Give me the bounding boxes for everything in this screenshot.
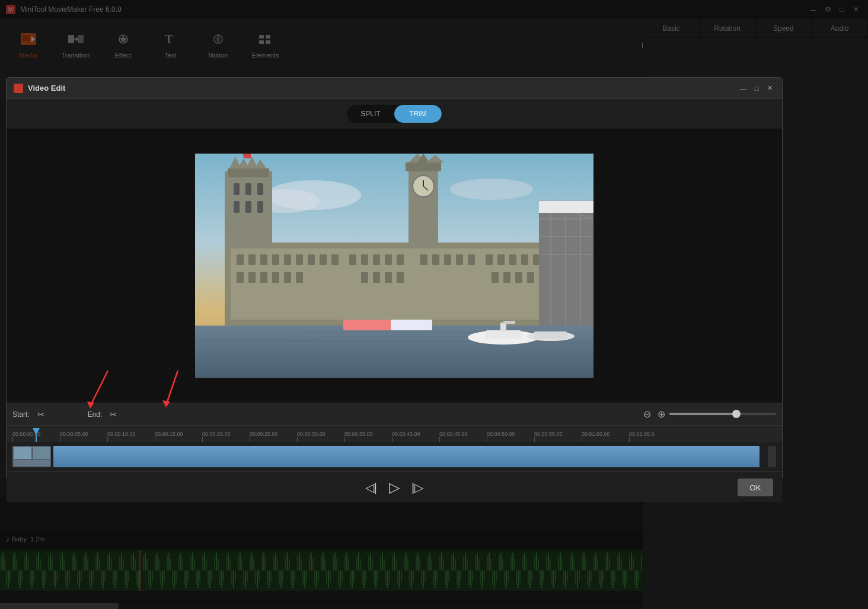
skip-forward-button[interactable]: |▷ [411,480,423,495]
time-65: 00:01:05.0 [629,431,655,437]
svg-rect-72 [503,272,510,283]
svg-rect-52 [468,254,475,265]
video-frame [195,154,593,378]
svg-rect-37 [272,254,279,265]
skip-back-button[interactable]: ◁| [365,480,377,495]
svg-rect-40 [308,254,315,265]
svg-marker-121 [162,400,170,407]
zoom-slider[interactable] [669,413,776,415]
svg-rect-67 [361,272,368,283]
svg-rect-49 [432,254,439,265]
time-25: 00:00:25.00 [250,431,278,437]
split-trim-bar: SPLIT TRIM [7,99,782,129]
svg-rect-39 [296,254,303,265]
svg-rect-115 [534,331,567,339]
svg-rect-64 [272,272,279,283]
time-10: 00:00:10.00 [107,431,136,437]
svg-rect-84 [257,201,263,213]
svg-rect-80 [245,183,251,195]
zoom-in-button[interactable]: ⊕ [655,408,667,420]
modal-minimize-button[interactable]: — [738,83,749,94]
playback-controls: ◁| ▷ |▷ OK [7,471,782,502]
modal-overlay: Video Edit — □ ✕ SPLIT TRIM [0,0,868,609]
playhead-container [33,428,40,442]
timeline-area: Start: ✂ End: ✂ [7,403,782,480]
svg-rect-90 [244,154,251,158]
svg-rect-41 [320,254,327,265]
time-15: 00:00:15.00 [155,431,183,437]
track-end-handle[interactable] [768,446,776,467]
time-5: 00:00:05.00 [60,431,88,437]
time-45: 00:00:45.00 [439,431,468,437]
svg-rect-71 [492,272,499,283]
svg-rect-83 [245,201,251,213]
svg-rect-53 [486,254,493,265]
svg-rect-113 [503,321,515,324]
svg-rect-117 [391,320,432,330]
modal-titlebar: Video Edit — □ ✕ [7,78,782,99]
svg-rect-35 [248,254,256,265]
timeline-ruler: 00:00:00.00 00:00:05.00 00:00:10.00 [7,425,782,442]
video-clip-bar[interactable] [53,446,760,467]
svg-rect-123 [14,447,31,459]
svg-rect-82 [234,201,240,213]
zoom-out-button[interactable]: ⊖ [641,408,653,420]
trim-button[interactable]: TRIM [394,105,442,123]
modal-maximize-button[interactable]: □ [751,83,762,94]
modal-title-left: Video Edit [14,84,65,93]
play-button[interactable]: ▷ [389,479,400,496]
svg-rect-54 [497,254,505,265]
svg-rect-125 [14,460,50,466]
svg-rect-79 [234,183,240,195]
svg-rect-73 [515,272,522,283]
svg-rect-44 [361,254,368,265]
svg-rect-48 [420,254,427,265]
time-60: 00:01:00.00 [582,431,610,437]
ok-label: OK [750,483,761,492]
start-label: Start: [12,410,30,419]
ruler-marks: 00:00:00.00 00:00:05.00 00:00:10.00 [12,431,776,442]
svg-rect-111 [486,330,521,339]
svg-rect-56 [521,254,528,265]
start-arrow-annotation [72,365,132,412]
zoom-slider-thumb[interactable] [732,410,741,418]
svg-rect-61 [237,272,244,283]
svg-rect-124 [33,447,50,459]
svg-rect-69 [385,272,392,283]
modal-icon [14,84,23,93]
svg-rect-81 [257,183,263,195]
split-button[interactable]: SPLIT [347,105,394,123]
svg-rect-109 [539,201,593,213]
start-scissor-button[interactable]: ✂ [34,408,47,421]
svg-rect-74 [527,272,534,283]
svg-rect-99 [539,201,593,326]
svg-rect-62 [248,272,256,283]
svg-rect-92 [406,162,441,171]
zoom-slider-fill [669,413,739,415]
svg-rect-112 [500,323,506,331]
modal-close-button[interactable]: ✕ [764,83,775,94]
svg-line-118 [90,371,108,406]
svg-rect-78 [228,168,269,177]
svg-rect-46 [385,254,392,265]
video-edit-modal: Video Edit — □ ✕ SPLIT TRIM [6,77,783,480]
time-40: 00:00:40.00 [392,431,420,437]
zoom-controls: ⊖ ⊕ [641,403,776,425]
svg-rect-38 [284,254,291,265]
svg-point-27 [266,180,361,210]
modal-content: SPLIT TRIM [7,99,782,480]
svg-rect-50 [444,254,451,265]
modal-title: Video Edit [28,84,65,93]
svg-point-28 [450,178,533,200]
track-thumbnail [12,446,51,467]
trim-controls: Start: ✂ End: ✂ [7,403,782,425]
split-trim-toggle: SPLIT TRIM [347,105,442,123]
ok-button[interactable]: OK [738,479,773,496]
video-content [195,154,593,378]
playhead-marker [33,428,40,435]
modal-window-controls: — □ ✕ [738,83,775,94]
svg-rect-70 [397,272,404,283]
svg-rect-36 [260,254,267,265]
svg-marker-119 [87,401,94,409]
svg-line-120 [166,371,178,405]
